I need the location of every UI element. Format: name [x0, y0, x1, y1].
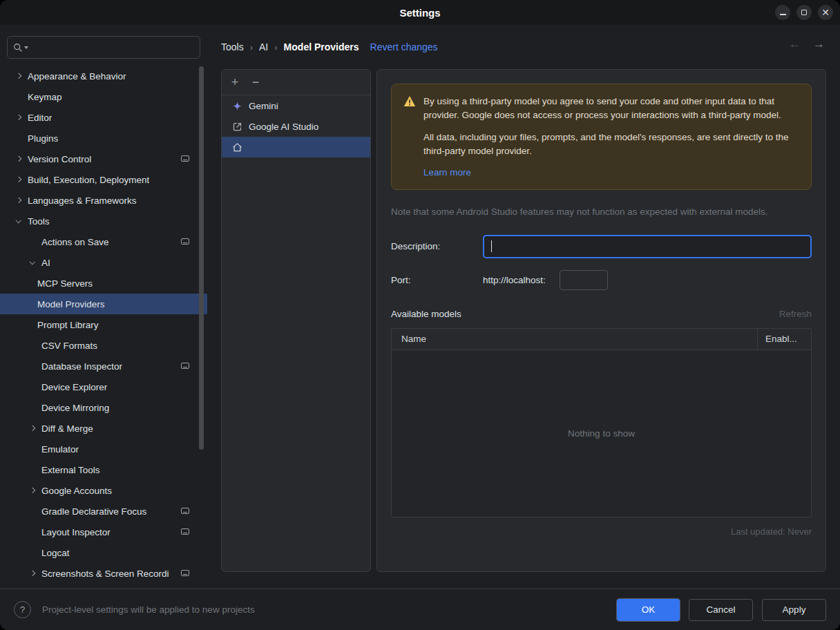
sidebar-item-appearance-behavior[interactable]: Appearance & Behavior [0, 66, 207, 86]
breadcrumb-tools[interactable]: Tools [221, 41, 244, 52]
search-input[interactable] [32, 42, 194, 52]
cancel-button[interactable]: Cancel [689, 599, 753, 621]
maximize-button[interactable] [796, 5, 812, 20]
sidebar-item-database-inspector[interactable]: Database Inspector [0, 356, 207, 376]
close-button[interactable]: ✕ [818, 5, 833, 20]
port-prefix: http://localhost: [483, 275, 546, 285]
sidebar-item-label: Database Inspector [41, 361, 122, 372]
warning-text-1: By using a third-party model you agree t… [423, 95, 799, 122]
sidebar-item-label: Plugins [28, 133, 58, 144]
settings-tree: Appearance & Behavior Keymap Editor Plug… [0, 66, 207, 584]
titlebar: Settings ✕ [0, 0, 840, 25]
question-mark-icon: ? [20, 604, 25, 615]
breadcrumb-separator: › [274, 42, 277, 52]
sidebar-item-device-mirroring[interactable]: Device Mirroring [0, 397, 207, 418]
sidebar-item-mcp-servers[interactable]: MCP Servers [0, 273, 207, 294]
description-label: Description: [391, 241, 483, 251]
window-controls: ✕ [775, 5, 833, 20]
provider-item-google-ai-studio[interactable]: Google AI Studio [222, 116, 370, 137]
provider-item-gemini[interactable]: Gemini [222, 95, 370, 116]
models-table-header: Name Enabl... [392, 329, 811, 350]
sidebar-item-label: Screenshots & Screen Recordi [41, 569, 169, 579]
apply-button[interactable]: Apply [762, 599, 826, 621]
sidebar-item-external-tools[interactable]: External Tools [0, 459, 207, 480]
forward-arrow-icon[interactable]: → [813, 37, 825, 51]
providers-list-panel: + − Gemini Google AI Studio [221, 69, 371, 572]
remove-provider-button[interactable]: − [247, 73, 265, 91]
screen-icon [181, 508, 189, 514]
maximize-icon [801, 10, 807, 15]
sidebar-item-plugins[interactable]: Plugins [0, 128, 207, 149]
sidebar-scrollbar[interactable] [199, 66, 204, 450]
dialog-footer: ? Project-level settings will be applied… [0, 589, 840, 630]
sidebar-item-label: Google Accounts [41, 486, 112, 496]
column-header-name[interactable]: Name [392, 329, 757, 350]
sidebar-item-prompt-library[interactable]: Prompt Library [0, 314, 207, 335]
screen-icon [181, 528, 189, 535]
breadcrumb-model-providers: Model Providers [284, 41, 359, 52]
column-header-enabled[interactable]: Enabl... [757, 329, 811, 350]
help-button[interactable]: ? [14, 601, 31, 618]
sidebar-item-version-control[interactable]: Version Control [0, 149, 207, 169]
last-updated-label: Last updated: Never [391, 526, 812, 537]
sidebar-item-tools[interactable]: Tools [0, 211, 207, 231]
screen-icon [181, 363, 189, 369]
port-label: Port: [391, 275, 483, 285]
breadcrumb: Tools › AI › Model Providers Revert chan… [221, 25, 826, 69]
chevron-right-icon [10, 190, 28, 211]
sidebar-item-gradle-declarative-focus[interactable]: Gradle Declarative Focus [0, 501, 207, 522]
breadcrumb-ai[interactable]: AI [259, 41, 268, 52]
sidebar-item-label: MCP Servers [37, 278, 93, 289]
chevron-right-icon [10, 107, 28, 128]
refresh-button[interactable]: Refresh [779, 309, 812, 319]
google-ai-studio-icon [232, 122, 242, 132]
screen-icon [181, 238, 189, 245]
sidebar-item-label: Layout Inspector [41, 527, 111, 537]
chevron-right-icon [23, 480, 41, 501]
search-icon [13, 43, 23, 52]
sidebar-item-label: External Tools [41, 465, 100, 475]
available-models-label: Available models [391, 309, 461, 319]
sidebar-item-device-explorer[interactable]: Device Explorer [0, 376, 207, 397]
screen-icon [181, 155, 189, 162]
sidebar-item-ai[interactable]: AI [0, 252, 207, 273]
home-icon [232, 142, 242, 153]
sidebar-item-layout-inspector[interactable]: Layout Inspector [0, 522, 207, 542]
back-arrow-icon[interactable]: ← [789, 37, 801, 51]
sidebar-item-editor[interactable]: Editor [0, 107, 207, 128]
chevron-right-icon [23, 418, 41, 439]
sidebar-item-label: Editor [28, 113, 52, 123]
ok-button[interactable]: OK [617, 599, 680, 621]
sidebar-item-build-execution-deployment[interactable]: Build, Execution, Deployment [0, 169, 207, 190]
sidebar-item-logcat[interactable]: Logcat [0, 542, 207, 563]
provider-item-new[interactable] [222, 137, 370, 158]
chevron-down-icon [10, 211, 28, 231]
sidebar-item-model-providers[interactable]: Model Providers [0, 294, 207, 314]
sidebar-item-label: AI [41, 258, 50, 268]
sidebar-item-actions-on-save[interactable]: Actions on Save [0, 231, 207, 252]
search-box[interactable] [7, 36, 200, 59]
description-input[interactable] [483, 235, 812, 258]
external-models-note: Note that some Android Studio features m… [391, 207, 812, 217]
warning-icon [403, 95, 416, 107]
minimize-icon [780, 14, 786, 15]
sidebar-item-screenshots-screen-recording[interactable]: Screenshots & Screen Recordi [0, 563, 207, 584]
sidebar-item-label: Actions on Save [41, 237, 109, 247]
gemini-icon [232, 101, 242, 111]
close-icon: ✕ [821, 8, 830, 17]
minimize-button[interactable] [775, 5, 790, 20]
sidebar-item-label: Device Mirroring [41, 403, 109, 413]
port-input[interactable] [560, 270, 608, 290]
provider-label: Google AI Studio [249, 122, 318, 132]
sidebar-item-csv-formats[interactable]: CSV Formats [0, 335, 207, 356]
sidebar-item-languages-frameworks[interactable]: Languages & Frameworks [0, 190, 207, 211]
settings-window: Settings ✕ Appearance & Behavior Keymap … [0, 0, 840, 630]
sidebar-item-emulator[interactable]: Emulator [0, 439, 207, 459]
add-provider-button[interactable]: + [226, 73, 244, 91]
breadcrumb-separator: › [250, 42, 253, 52]
learn-more-link[interactable]: Learn more [423, 166, 471, 180]
revert-changes-link[interactable]: Revert changes [370, 41, 438, 52]
sidebar-item-keymap[interactable]: Keymap [0, 86, 207, 107]
sidebar-item-google-accounts[interactable]: Google Accounts [0, 480, 207, 501]
sidebar-item-diff-merge[interactable]: Diff & Merge [0, 418, 207, 439]
